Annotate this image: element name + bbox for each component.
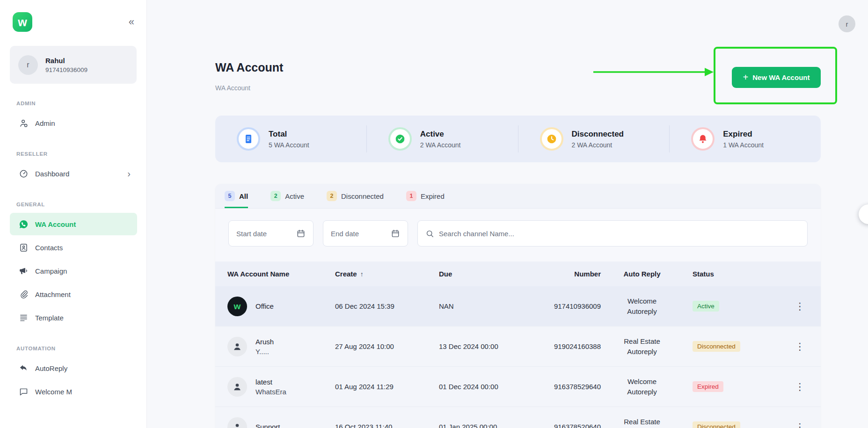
table-row[interactable]: Arush Y..... 27 Aug 2024 10:00 13 Dec 20… (215, 326, 821, 367)
breadcrumb: WA Account (215, 84, 250, 92)
section-label-reseller: RESELLER (0, 151, 146, 157)
stat-value: 2 WA Account (572, 141, 624, 149)
sidebar-item-label: WA Account (35, 220, 76, 228)
tab-all[interactable]: 5 All (225, 184, 248, 208)
tab-active[interactable]: 2 Active (270, 184, 304, 208)
sidebar-item-dashboard[interactable]: Dashboard › (10, 162, 137, 185)
account-name: Arush (255, 338, 274, 346)
col-header-number: Number (532, 270, 601, 278)
stat-expired: Expired 1 WA Account (670, 127, 821, 151)
plus-icon: + (743, 73, 749, 82)
table-header: WA Account Name Create↑ Due Number Auto … (215, 261, 821, 286)
brand-logo[interactable]: w (13, 12, 32, 32)
wa-logo-avatar: w (227, 297, 247, 316)
row-menu-button[interactable]: ⋮ (791, 379, 809, 394)
sidebar-collapse-button[interactable]: « (129, 17, 134, 27)
new-wa-account-label: New WA Account (752, 73, 810, 81)
autoreply-name: Welcome Autoreply (618, 377, 666, 397)
reply-arrow-icon (18, 363, 29, 373)
stat-value: 2 WA Account (420, 141, 461, 149)
sidebar-item-label: Campaign (35, 267, 67, 275)
stat-label: Disconnected (572, 130, 624, 139)
whatsapp-icon (18, 219, 29, 229)
topbar-avatar[interactable]: r (839, 15, 855, 32)
clock-icon (540, 127, 563, 151)
autoreply-name: Real Estate Autoreply (618, 336, 666, 357)
table-row[interactable]: latest WhatsEra 01 Aug 2024 11:29 01 Dec… (215, 367, 821, 407)
sidebar-item-label: Template (35, 314, 64, 322)
section-label-admin: ADMIN (0, 101, 146, 106)
sidebar-item-label: Welcome M (35, 388, 72, 396)
wa-account-card: 5 All 2 Active 2 Disconnected 1 Expired (215, 184, 821, 428)
row-menu-button[interactable]: ⋮ (791, 420, 809, 428)
user-avatar: r (18, 55, 38, 75)
tab-count-badge: 2 (270, 191, 281, 201)
chat-bubble-icon (18, 386, 29, 397)
end-date-field[interactable] (323, 220, 408, 247)
stat-total: Total 5 WA Account (215, 127, 366, 151)
account-name: Support (255, 423, 280, 428)
col-header-name: WA Account Name (227, 270, 335, 278)
tab-label: Expired (421, 192, 445, 200)
sidebar-item-welcome-message[interactable]: Welcome M (10, 380, 137, 403)
sidebar-item-autoreply[interactable]: AutoReply (10, 357, 137, 379)
autoreply-name: Welcome Autoreply (618, 296, 666, 317)
bell-icon (691, 127, 715, 151)
phone-number: 919024160388 (532, 342, 601, 350)
tab-expired[interactable]: 1 Expired (406, 184, 445, 208)
stat-label: Total (269, 130, 309, 139)
sidebar-item-admin[interactable]: Admin (10, 112, 137, 134)
status-badge: Active (693, 301, 719, 312)
sidebar-user-card[interactable]: r Rahul 917410936009 (10, 46, 137, 84)
phone-number: 916378520640 (532, 423, 601, 428)
stats-bar: Total 5 WA Account Active 2 WA Account (215, 116, 821, 162)
sidebar-item-attachment[interactable]: Attachment (10, 283, 137, 305)
annotation-highlight-box: + New WA Account (714, 47, 837, 104)
sidebar-item-label: Contacts (35, 244, 63, 252)
autoreply-name: Real Estate Autoreply (618, 417, 666, 428)
megaphone-icon (18, 266, 29, 276)
section-label-general: GENERAL (0, 202, 146, 207)
sidebar-item-template[interactable]: Template (10, 306, 137, 329)
status-badge: Expired (693, 381, 723, 392)
dashboard-icon (18, 168, 29, 179)
col-header-due: Due (439, 270, 532, 278)
due-date: NAN (439, 302, 532, 310)
app-root: w « r Rahul 917410936009 ADMIN Admin RES… (0, 0, 868, 428)
main-content: r WA Account WA Account + New WA Account… (147, 0, 868, 428)
sidebar-item-label: Attachment (35, 290, 71, 298)
stat-disconnected: Disconnected 2 WA Account (518, 127, 670, 151)
check-circle-icon (388, 127, 412, 151)
status-badge: Disconnected (693, 341, 740, 352)
stat-value: 5 WA Account (269, 141, 309, 149)
phone-number: 916378529640 (532, 383, 601, 391)
search-icon (425, 229, 434, 238)
col-header-create[interactable]: Create↑ (335, 270, 439, 278)
search-field[interactable] (417, 220, 808, 247)
sidebar-item-wa-account[interactable]: WA Account (10, 213, 137, 235)
start-date-field[interactable] (228, 220, 314, 247)
floating-widget[interactable] (859, 204, 868, 224)
sidebar-item-label: AutoReply (35, 364, 67, 372)
page-title: WA Account (215, 61, 283, 74)
row-menu-button[interactable]: ⋮ (791, 339, 809, 354)
new-wa-account-button[interactable]: + New WA Account (732, 67, 821, 88)
tab-count-badge: 2 (327, 191, 337, 201)
table-row[interactable]: Support 16 Oct 2023 11:40 01 Jan 2025 00… (215, 407, 821, 428)
sidebar-item-campaign[interactable]: Campaign (10, 260, 137, 282)
sidebar-item-contacts[interactable]: Contacts (10, 236, 137, 259)
search-input[interactable] (439, 230, 800, 238)
end-date-input[interactable] (331, 230, 386, 238)
tab-disconnected[interactable]: 2 Disconnected (327, 184, 384, 208)
table-row[interactable]: w Office 06 Dec 2024 15:39 NAN 917410936… (215, 286, 821, 326)
stat-label: Active (420, 130, 461, 139)
due-date: 13 Dec 2024 00:00 (439, 342, 532, 350)
status-badge: Disconnected (693, 421, 740, 428)
start-date-input[interactable] (236, 230, 292, 238)
account-name: Office (255, 302, 274, 310)
paperclip-icon (18, 289, 29, 299)
row-menu-button[interactable]: ⋮ (791, 299, 809, 313)
account-subname: Y..... (255, 348, 274, 355)
template-icon (18, 312, 29, 323)
section-label-automation: AUTOMATION (0, 346, 146, 351)
